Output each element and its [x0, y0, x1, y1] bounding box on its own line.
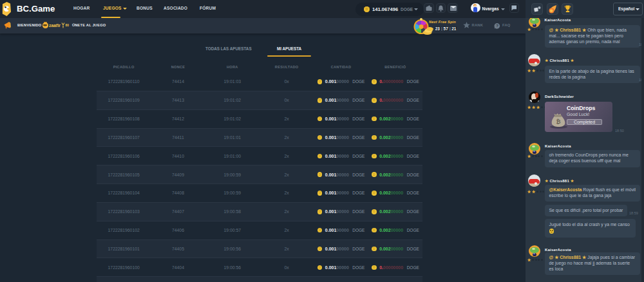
- svg-text:?: ?: [496, 24, 498, 28]
- svg-text:₿: ₿: [556, 118, 560, 125]
